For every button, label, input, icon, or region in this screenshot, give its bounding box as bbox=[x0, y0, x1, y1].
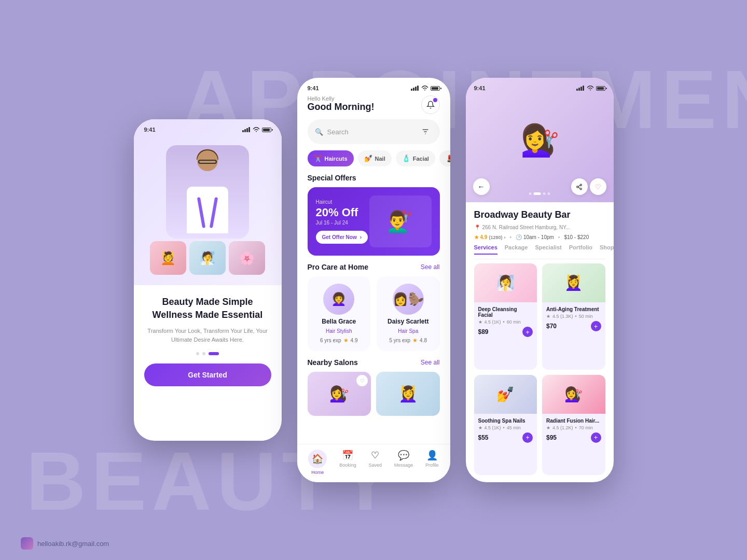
salon-body: Broadway Beauty Bar 📍 266 N. Railroad St… bbox=[466, 202, 614, 482]
svg-rect-6 bbox=[415, 87, 417, 91]
profile-icon: 👤 bbox=[426, 450, 438, 461]
svg-rect-7 bbox=[417, 86, 419, 91]
service-card-1[interactable]: 🧖‍♀️ Deep Cleansing Facial ★ 4.5 (1K) • … bbox=[474, 263, 537, 370]
wifi-icon bbox=[253, 127, 260, 132]
nav-profile[interactable]: 👤 Profile bbox=[425, 450, 439, 475]
pro-card-bella[interactable]: 👩‍🦱 Bella Grace Hair Stylish 6 yrs exp ★… bbox=[308, 276, 371, 351]
get-offer-button[interactable]: Get Offer Now › bbox=[316, 231, 368, 244]
pro-name-daisy: Daisy Scarlett bbox=[388, 318, 428, 325]
nearby-card-2[interactable]: 💆‍♀️ bbox=[376, 372, 440, 416]
status-time-3: 9:41 bbox=[474, 85, 486, 91]
svg-rect-2 bbox=[246, 128, 248, 132]
filter-button[interactable] bbox=[418, 124, 433, 139]
salon-name: Broadway Beauty Bar bbox=[474, 209, 605, 220]
spa-images-row: 💆 🧖 🌸 bbox=[139, 241, 276, 275]
hero-dot-1 bbox=[529, 192, 532, 195]
pro-avatar-daisy: 👩‍🦫 bbox=[393, 284, 424, 315]
service-card-3[interactable]: 💅 Soothing Spa Nails ★ 4.5 (1K) • 45 min… bbox=[474, 375, 537, 475]
service-info-1: Deep Cleansing Facial ★ 4.5 (1K) • 60 mi… bbox=[474, 302, 537, 341]
tab-services[interactable]: Services bbox=[474, 244, 497, 255]
booking-icon: 📅 bbox=[342, 450, 353, 461]
home-icon: 🏠 bbox=[312, 453, 323, 465]
service-title-3: Soothing Spa Nails bbox=[478, 418, 533, 424]
category-nail[interactable]: 💅 Nail bbox=[358, 150, 392, 166]
salon-meta: ★ 4.9 (1280) › • 🕐 10am - 10pm • $10 - $… bbox=[474, 234, 605, 240]
svg-rect-14 bbox=[583, 86, 584, 91]
category-facial-label: Facial bbox=[413, 156, 429, 162]
battery-icon-2 bbox=[431, 86, 440, 91]
svg-rect-4 bbox=[411, 89, 412, 91]
services-grid: 🧖‍♀️ Deep Cleansing Facial ★ 4.5 (1K) • … bbox=[474, 263, 605, 475]
spa-image-2: 🧖 bbox=[189, 241, 226, 275]
nav-saved-label: Saved bbox=[368, 463, 382, 468]
status-time: 9:41 bbox=[144, 127, 156, 133]
tab-specialist[interactable]: Specialist bbox=[535, 244, 561, 255]
service-price-2: $70 bbox=[546, 323, 557, 330]
haircuts-icon: ✂️ bbox=[314, 155, 322, 162]
add-service-2[interactable]: + bbox=[591, 321, 601, 331]
battery-icon-3 bbox=[596, 86, 605, 91]
nav-saved[interactable]: ♡ Saved bbox=[368, 450, 382, 475]
category-makeup[interactable]: 💄 Makeup bbox=[439, 150, 450, 166]
service-card-4[interactable]: 💇‍♀️ Radiant Fusion Hair... ★ 4.5 (1.2K)… bbox=[542, 375, 605, 475]
nav-booking[interactable]: 📅 Booking bbox=[339, 450, 356, 475]
back-button[interactable]: ← bbox=[473, 178, 490, 195]
status-bar: 9:41 bbox=[144, 127, 271, 133]
tab-portfolio[interactable]: Portfolio bbox=[569, 244, 592, 255]
phone-detail: 9:41 💇‍♀️ ← bbox=[466, 78, 614, 482]
nav-home[interactable]: 🏠 Home bbox=[308, 450, 327, 475]
pro-name-bella: Bella Grace bbox=[322, 318, 356, 325]
nearby-card-1[interactable]: 💇‍♀️ ♡ bbox=[308, 372, 371, 416]
salon-rating: ★ 4.9 (1280) › bbox=[474, 234, 506, 240]
pro-card-daisy[interactable]: 👩‍🦫 Daisy Scarlett Hair Spa 5 yrs exp ★ … bbox=[377, 276, 440, 351]
service-card-2[interactable]: 💆‍♀️ Anti-Aging Treatment ★ 4.5 (1.3K) •… bbox=[542, 263, 605, 370]
offer-banner: Haircut 20% Off Jul 16 - Jul 24 Get Offe… bbox=[308, 187, 440, 256]
service-tabs: Services Package Specialist Portfolio Sh… bbox=[474, 244, 605, 259]
hero-dot-3 bbox=[543, 192, 546, 195]
service-image-2: 💆‍♀️ bbox=[542, 263, 605, 302]
svg-point-15 bbox=[580, 184, 582, 186]
share-button[interactable] bbox=[571, 178, 588, 195]
service-price-1: $89 bbox=[478, 328, 489, 335]
brand-icon bbox=[21, 537, 33, 550]
svg-line-19 bbox=[578, 185, 580, 186]
pro-role-bella: Hair Stylish bbox=[326, 328, 352, 334]
service-image-1: 🧖‍♀️ bbox=[474, 263, 537, 302]
category-haircuts[interactable]: ✂️ Haircuts bbox=[308, 150, 354, 166]
nearby-title: Nearby Salons bbox=[308, 358, 358, 367]
pro-role-daisy: Hair Spa bbox=[398, 328, 418, 334]
service-image-4: 💇‍♀️ bbox=[542, 375, 605, 414]
salon-price: $10 - $220 bbox=[564, 234, 589, 240]
nav-message[interactable]: 💬 Message bbox=[394, 450, 413, 475]
tab-shop[interactable]: Shop bbox=[600, 244, 614, 255]
watermark: helloakib.rk@gmail.com bbox=[21, 537, 109, 550]
category-list: ✂️ Haircuts 💅 Nail 🧴 Facial 💄 Makeup bbox=[297, 150, 450, 174]
service-info-3: Soothing Spa Nails ★ 4.5 (1K) • 45 min $… bbox=[474, 414, 537, 447]
nearby-header: Nearby Salons See all bbox=[297, 358, 450, 372]
svg-rect-3 bbox=[248, 127, 250, 132]
see-all-nearby[interactable]: See all bbox=[421, 359, 440, 366]
notification-button[interactable] bbox=[421, 95, 440, 114]
get-started-button[interactable]: Get Started bbox=[144, 363, 271, 386]
dot-2 bbox=[202, 352, 205, 355]
nearby-heart-1[interactable]: ♡ bbox=[356, 375, 368, 386]
svg-rect-12 bbox=[578, 88, 580, 91]
add-service-1[interactable]: + bbox=[522, 327, 533, 337]
see-all-pro[interactable]: See all bbox=[421, 263, 440, 271]
add-service-4[interactable]: + bbox=[591, 432, 601, 443]
bell-icon bbox=[426, 101, 435, 109]
status-bar-2: 9:41 bbox=[297, 78, 450, 95]
category-facial[interactable]: 🧴 Facial bbox=[396, 150, 435, 166]
search-bar[interactable]: 🔍 Search bbox=[308, 119, 440, 144]
service-image-3: 💅 bbox=[474, 375, 537, 414]
barber-image bbox=[166, 145, 249, 239]
status-time-2: 9:41 bbox=[308, 85, 319, 91]
salon-hero: 9:41 💇‍♀️ ← bbox=[466, 78, 614, 202]
favorite-button[interactable]: ♡ bbox=[590, 178, 606, 195]
svg-rect-5 bbox=[413, 88, 414, 91]
hero-section: 9:41 bbox=[134, 119, 282, 285]
pro-care-title: Pro Care at Home bbox=[308, 263, 368, 271]
tab-package[interactable]: Package bbox=[505, 244, 528, 255]
add-service-3[interactable]: + bbox=[522, 432, 533, 443]
svg-rect-11 bbox=[576, 89, 578, 91]
